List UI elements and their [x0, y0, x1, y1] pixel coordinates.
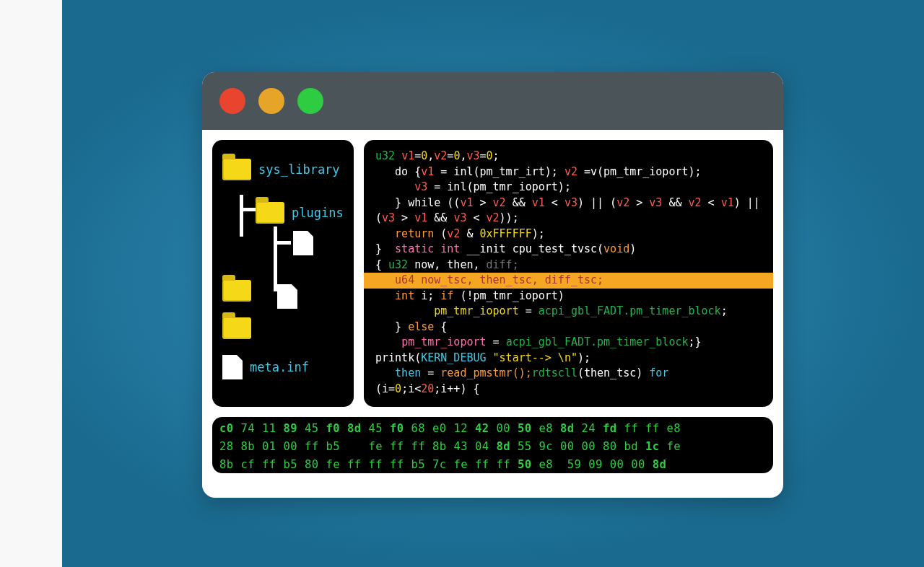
- folder-node[interactable]: [222, 280, 251, 302]
- code-editor[interactable]: u32 v1=0,v2=0,v3=0; do {v1 = inl(pm_tmr_…: [364, 140, 773, 407]
- folder-label: plugins: [292, 206, 344, 220]
- file-tree: sys_library plugins meta.inf: [212, 140, 354, 407]
- file-meta-inf[interactable]: meta.inf: [222, 355, 309, 379]
- hex-row: 28 8b 01 00 ff b5 fe ff ff 8b 43 04 8d 5…: [219, 440, 681, 453]
- folder-node[interactable]: [222, 317, 251, 339]
- page-left-strip: [0, 0, 62, 567]
- hex-row: 8b cf ff b5 80 fe ff ff ff b5 7c fe ff f…: [219, 458, 666, 471]
- minimize-icon[interactable]: [258, 88, 284, 114]
- file-node[interactable]: [293, 231, 313, 255]
- file-label: meta.inf: [250, 360, 309, 374]
- folder-icon: [256, 202, 284, 224]
- highlighted-line: u64 now_tsc, then_tsc, diff_tsc;: [364, 273, 773, 289]
- folder-icon: [222, 280, 251, 302]
- maximize-icon[interactable]: [297, 88, 323, 114]
- titlebar: [202, 72, 783, 130]
- file-node[interactable]: [277, 284, 297, 309]
- hex-row: c0 74 11 89 45 f0 8d 45 f0 68 e0 12 42 0…: [219, 422, 681, 435]
- folder-sys-library[interactable]: sys_library: [222, 159, 340, 180]
- folder-icon: [222, 317, 251, 339]
- folder-icon: [222, 159, 251, 180]
- folder-plugins[interactable]: plugins: [256, 202, 344, 224]
- hex-dump: c0 74 11 89 45 f0 8d 45 f0 68 e0 12 42 0…: [212, 417, 773, 473]
- file-icon: [293, 231, 313, 255]
- folder-label: sys_library: [258, 162, 340, 177]
- file-icon: [222, 355, 243, 379]
- file-icon: [277, 284, 297, 309]
- editor-window: sys_library plugins meta.inf: [202, 72, 783, 498]
- close-icon[interactable]: [219, 88, 245, 114]
